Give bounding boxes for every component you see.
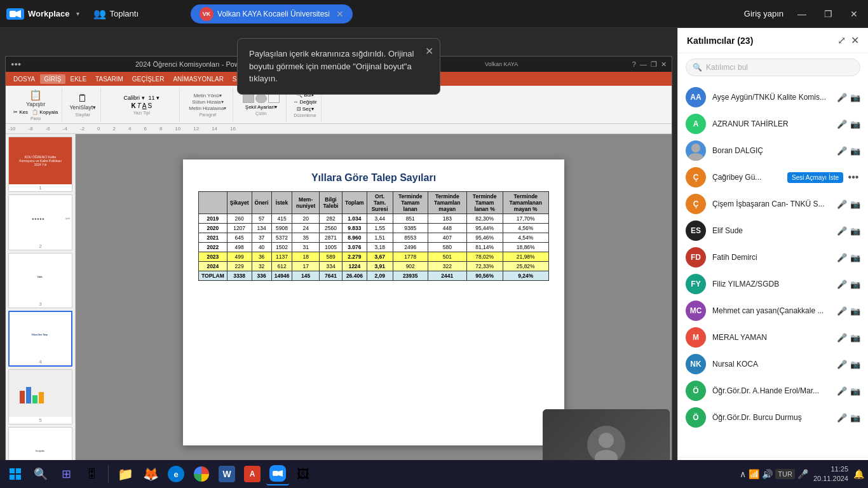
participant-item[interactable]: M MERAL YAMAN 🎤 📷 xyxy=(678,324,868,351)
close-panel-icon[interactable]: ✕ xyxy=(851,34,859,46)
ribbon-bold[interactable]: K xyxy=(132,102,136,109)
edge-icon: e xyxy=(168,466,184,482)
participant-item[interactable]: Ö Öğr.Gör.Dr. Burcu Durmuş 🎤 📷 xyxy=(678,404,868,431)
participant-icons: 🎤 📷 xyxy=(837,333,860,342)
date: 20.11.2024 xyxy=(813,474,848,484)
slide-thumb-4[interactable]: Yıllara Göre Talep 4 xyxy=(8,311,72,367)
notification-icon[interactable]: 🔔 xyxy=(853,469,864,479)
participant-item[interactable]: NK Nursal KOCA 🎤 📷 xyxy=(678,351,868,377)
table-row: 201926057415202821.0343,4485118382,30%17… xyxy=(199,214,549,224)
menu-animasyonlar[interactable]: ANİMASYONLAR xyxy=(169,74,227,84)
ppt-window-controls: ? — ❐ ✕ xyxy=(632,60,667,69)
widgets-button[interactable]: 🎛 xyxy=(80,463,103,485)
ribbon-sekil-ayarlari[interactable]: Şekil Ayarlari▾ xyxy=(245,104,277,110)
file-explorer-button[interactable]: 📁 xyxy=(114,463,137,485)
participant-item[interactable]: A AZRANUR TAHİRLER 🎤 📷 xyxy=(678,111,868,137)
ribbon-sec[interactable]: ⊡ Seç▾ xyxy=(297,106,314,112)
ppt-help[interactable]: ? xyxy=(632,60,636,69)
menu-dosya[interactable]: DOSYA xyxy=(10,74,39,84)
ribbon-sekil-2[interactable] xyxy=(255,94,267,103)
word-button[interactable]: W xyxy=(215,463,238,485)
restore-button[interactable]: ❐ xyxy=(820,8,836,20)
task-view-button[interactable]: ⊞ xyxy=(55,463,78,485)
ask-unmute-button[interactable]: Sesi Açmayı İste xyxy=(787,172,843,183)
expand-icon[interactable]: ⤢ xyxy=(837,34,846,46)
ppt-close[interactable]: ✕ xyxy=(661,60,667,69)
svg-rect-9 xyxy=(16,475,21,480)
menu-gecisler[interactable]: GEÇİŞLER xyxy=(128,74,168,84)
participant-icons: Sesi Açmayı İste ••• xyxy=(787,170,860,184)
search-button[interactable]: 🔍 xyxy=(29,463,52,485)
search-taskbar-icon: 🔍 xyxy=(34,467,48,481)
network-hidden-icon[interactable]: ∧ xyxy=(740,469,746,479)
ribbon-underline[interactable]: A xyxy=(142,102,147,109)
menu-ekle[interactable]: EKLE xyxy=(67,74,91,84)
slide-thumb-2[interactable]: ★★★★★ içerik 2 xyxy=(8,194,72,250)
slide-thumbnail-panel[interactable]: KOU ÖĞRENCİ KaliteKomisyonu ve Kalite Po… xyxy=(6,134,76,471)
ribbon-sekil-3[interactable] xyxy=(268,94,280,103)
participant-icons: 🎤 📷 xyxy=(837,360,860,369)
participant-item-cagribey[interactable]: Ç Çağribey Gü... Sesi Açmayı İste ••• xyxy=(678,164,868,191)
slide-thumb-1[interactable]: KOU ÖĞRENCİ KaliteKomisyonu ve Kalite Po… xyxy=(8,137,72,192)
ribbon-metin-hizala[interactable]: Metin Hizalama▾ xyxy=(189,105,226,111)
ribbon-italic[interactable]: T xyxy=(137,102,141,109)
menu-tasarim[interactable]: TASARIM xyxy=(92,74,127,84)
participant-item[interactable]: Ö Öğr.Gör.Dr. A.Hande Erol/Mar... 🎤 📷 xyxy=(678,377,868,404)
menu-giris[interactable]: GİRİŞ xyxy=(40,74,65,84)
participant-avatar: MC xyxy=(686,301,706,321)
ribbon-yazi-label: Yazı Tipi xyxy=(133,111,150,115)
ribbon-kopyala[interactable]: 📋 Kopyala xyxy=(32,109,58,115)
ribbon-kes[interactable]: ✂ Kes xyxy=(13,109,28,115)
ribbon-degistir[interactable]: ↔ Değiştir xyxy=(293,99,316,105)
participant-icons: 🎤 📷 xyxy=(837,306,860,316)
chrome-button[interactable] xyxy=(190,463,213,485)
more-options-button[interactable]: ••• xyxy=(846,170,860,184)
ribbon-font[interactable]: Calibri ▾ xyxy=(124,95,145,101)
ribbon-yeni-slayt[interactable]: 🗒YeniSlayt▾ xyxy=(69,92,97,111)
ribbon-size[interactable]: 11 ▾ xyxy=(149,95,160,101)
network-icon[interactable]: 📶 xyxy=(749,469,759,479)
participant-item[interactable]: FY Filiz YILMAZ/SGDB 🎤 📷 xyxy=(678,271,868,297)
signin-button[interactable]: Giriş yapın xyxy=(744,9,783,18)
slide-thumb-3[interactable]: Tablo 3 xyxy=(8,253,72,308)
clock[interactable]: 11:25 20.11.2024 xyxy=(813,464,848,484)
firefox-button[interactable]: 🦊 xyxy=(139,463,162,485)
minimize-button[interactable]: — xyxy=(794,8,810,20)
svg-rect-8 xyxy=(10,475,15,480)
ribbon-strikethrough[interactable]: S xyxy=(148,102,153,109)
microphone-sys-icon[interactable]: 🎤 xyxy=(797,469,808,479)
participant-item[interactable]: AA Ayşe Aygün/TNKÜ Kalite Komis... 🎤 📷 xyxy=(678,84,868,111)
video-off-icon: 📷 xyxy=(850,333,860,342)
ribbon-sutun[interactable]: Sütun Hizala▾ xyxy=(192,99,223,105)
participant-item[interactable]: Boran DALGIÇ 🎤 📷 xyxy=(678,137,868,164)
audio-icon[interactable]: 🔊 xyxy=(762,469,773,479)
edge-button[interactable]: e xyxy=(165,463,187,485)
ribbon-slaytlar-label: Slaytlar xyxy=(76,112,90,117)
slide-thumb-5[interactable]: 5 xyxy=(8,369,72,424)
participant-item[interactable]: Ç Çişem İşbaşaran Can- TNKÜ S... 🎤 📷 xyxy=(678,191,868,217)
svg-rect-7 xyxy=(16,468,21,473)
participant-item[interactable]: ES Elif Sude 🎤 📷 xyxy=(678,217,868,244)
ribbon-metin-yonu[interactable]: Metin Yönü▾ xyxy=(194,93,222,98)
ppt-restore[interactable]: ❐ xyxy=(651,60,657,69)
close-button[interactable]: ✕ xyxy=(846,8,862,20)
ribbon-sekil-1[interactable] xyxy=(243,94,254,103)
ribbon-yapistir[interactable]: 📋Yapıştır xyxy=(25,88,46,108)
photos-button[interactable]: 🖼 xyxy=(292,463,315,485)
participant-item[interactable]: FD Fatih Demirci 🎤 📷 xyxy=(678,244,868,271)
table-row-2024: 2024229326121733412243,9190232272,33%25,… xyxy=(199,262,549,271)
participant-name: Öğr.Gör.Dr. A.Hande Erol/Mar... xyxy=(712,386,831,395)
ppt-minimize[interactable]: — xyxy=(640,60,647,69)
participant-search-box[interactable]: 🔍 Katılımcı bul xyxy=(686,58,860,76)
start-button[interactable] xyxy=(4,463,27,485)
tab-close-icon[interactable]: ✕ xyxy=(336,9,344,19)
meeting-tab[interactable]: 👥 Toplantı xyxy=(86,5,147,22)
participant-item[interactable]: MC Mehmet can yasan(Çanakkale ... 🎤 📷 xyxy=(678,297,868,324)
zoom-button[interactable] xyxy=(266,463,289,485)
dropdown-chevron[interactable]: ▾ xyxy=(76,10,79,17)
tooltip-close-button[interactable]: ✕ xyxy=(425,44,433,59)
search-input[interactable]: Katılımcı bul xyxy=(706,63,853,72)
active-participant-tab[interactable]: VK Volkan KAYA Kocaeli Üniversitesi ✕ xyxy=(191,4,353,24)
col-sikayet: Şikayet xyxy=(227,192,252,214)
acrobat-button[interactable]: A xyxy=(241,463,264,485)
